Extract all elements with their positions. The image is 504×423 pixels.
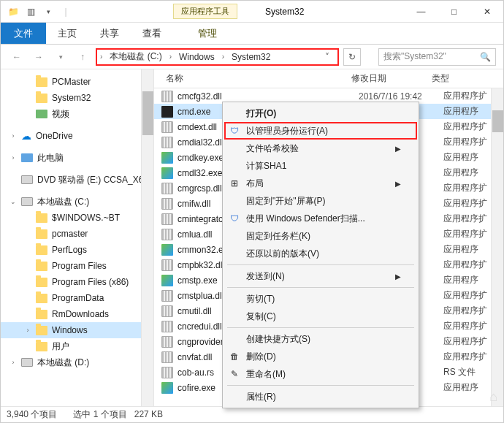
context-menu-item[interactable]: ⊞布局▶ (224, 175, 417, 192)
list-scrollbar[interactable] (491, 88, 503, 406)
menu-separator (227, 287, 414, 288)
tree-item-label: $WINDOWS.~BT (52, 213, 120, 223)
nav-recent-dropdown[interactable]: ▾ (52, 48, 69, 66)
tree-item-label: PCMaster (52, 77, 91, 87)
tree-item[interactable]: $WINDOWS.~BT (1, 210, 153, 226)
file-name: cmcfg32.dll (177, 91, 222, 102)
window-title: System32 (265, 7, 304, 17)
address-segment[interactable]: Windows (175, 52, 219, 62)
tree-item[interactable]: Program Files (x86) (1, 274, 153, 290)
context-menu-item[interactable]: ✎重命名(M) (224, 365, 417, 383)
tree-expander-icon[interactable]: › (9, 359, 17, 366)
tree-item[interactable]: DVD 驱动器 (E:) CCSA_X64 (1, 172, 153, 188)
chevron-right-icon[interactable]: › (169, 53, 172, 61)
menu-item-label: 还原以前的版本(V) (246, 248, 319, 260)
file-name: cncredui.dll (177, 321, 222, 332)
tree-item[interactable]: 视频 (1, 106, 153, 122)
ribbon-manage-tab[interactable]: 管理 (186, 23, 229, 44)
tree-item[interactable]: ›Windows (1, 322, 153, 338)
context-menu-item[interactable]: 属性(R) (224, 388, 417, 405)
column-headers[interactable]: 名称 修改日期 类型 (154, 69, 503, 88)
address-segment[interactable]: 本地磁盘 (C:) (105, 50, 166, 63)
column-date[interactable]: 修改日期 (351, 72, 432, 85)
folder-icon (36, 342, 47, 351)
file-icon (161, 183, 173, 194)
navigation-tree[interactable]: PCMasterSystem32视频›OneDrive›此电脑DVD 驱动器 (… (1, 69, 154, 406)
file-name: cmdial32.dll (177, 137, 224, 148)
menu-item-label: 以管理员身份运行(A) (246, 125, 328, 137)
folder-icon (36, 278, 47, 287)
context-menu-item[interactable]: 🛡以管理员身份运行(A) (224, 122, 417, 140)
ribbon-home-tab[interactable]: 主页 (46, 23, 88, 44)
context-menu-item[interactable]: 发送到(N)▶ (224, 267, 417, 285)
context-menu-item[interactable]: 复制(C) (224, 308, 417, 325)
chevron-right-icon[interactable]: › (100, 53, 102, 61)
grid-icon: ⊞ (229, 178, 240, 189)
context-menu[interactable]: 打开(O)🛡以管理员身份运行(A)文件哈希校验▶计算SHA1⊞布局▶固定到"开始… (222, 102, 419, 408)
column-type[interactable]: 类型 (432, 72, 503, 85)
context-menu-item[interactable]: 固定到"开始"屏幕(P) (224, 192, 417, 210)
context-menu-item[interactable]: 还原以前的版本(V) (224, 245, 417, 262)
folder-icon (36, 262, 47, 271)
tree-scrollbar[interactable] (141, 69, 153, 406)
folder-icon (36, 229, 47, 239)
column-name[interactable]: 名称 (154, 72, 351, 85)
tree-item-label: OneDrive (36, 131, 73, 141)
nav-forward-button[interactable]: → (30, 48, 47, 66)
tree-item[interactable]: RmDownloads (1, 306, 153, 322)
context-menu-item[interactable]: 🛡使用 Windows Defender扫描... (224, 210, 417, 227)
file-icon (161, 382, 173, 394)
tree-expander-icon[interactable]: ⌄ (9, 198, 17, 205)
tree-item[interactable]: ›OneDrive (1, 128, 153, 144)
chevron-right-icon[interactable]: › (222, 53, 224, 61)
menu-separator (227, 264, 414, 265)
submenu-arrow-icon: ▶ (395, 180, 401, 188)
tree-item-label: Program Files (52, 261, 107, 271)
tree-expander-icon[interactable]: › (9, 154, 17, 161)
tree-item[interactable]: ›本地磁盘 (D:) (1, 354, 153, 370)
context-menu-item[interactable]: 固定到任务栏(K) (224, 227, 417, 245)
file-icon (161, 229, 173, 240)
tree-item[interactable]: PerfLogs (1, 242, 153, 258)
ribbon-file-tab[interactable]: 文件 (1, 23, 46, 44)
file-name: cmstplua.dll (177, 291, 224, 301)
nav-up-button[interactable]: ↑ (74, 48, 91, 66)
qa-props-icon[interactable]: ▥ (23, 4, 39, 20)
file-name: cmgrcsp.dll (177, 183, 222, 194)
tree-item[interactable]: System32 (1, 90, 153, 106)
context-menu-item[interactable]: 计算SHA1 (224, 157, 417, 175)
tree-item[interactable]: ProgramData (1, 290, 153, 306)
tree-item[interactable]: 用户 (1, 338, 153, 354)
address-segment[interactable]: System32 (227, 52, 275, 62)
tree-item[interactable]: ›此电脑 (1, 150, 153, 166)
tree-item-label: ProgramData (52, 293, 104, 303)
search-input[interactable]: 搜索"System32" 🔍 (378, 48, 496, 66)
tree-item[interactable]: PCMaster (1, 74, 153, 90)
minimize-button[interactable]: — (405, 1, 438, 22)
menu-item-label: 创建快捷方式(S) (246, 333, 310, 346)
context-menu-item[interactable]: 打开(O) (224, 104, 417, 122)
context-menu-item[interactable]: 文件哈希校验▶ (224, 140, 417, 157)
menu-separator (227, 327, 414, 328)
tree-expander-icon[interactable]: › (9, 132, 17, 140)
refresh-button[interactable]: ↻ (343, 48, 361, 66)
file-icon (161, 336, 173, 348)
address-bar[interactable]: › 本地磁盘 (C:) › Windows › System32 ˅ (96, 48, 339, 66)
ribbon-view-tab[interactable]: 查看 (131, 23, 173, 44)
file-name: cofire.exe (177, 383, 215, 393)
ribbon-share-tab[interactable]: 共享 (88, 23, 131, 44)
tree-item[interactable]: Program Files (1, 258, 153, 274)
maximize-button[interactable]: □ (438, 1, 470, 22)
address-dropdown-icon[interactable]: ˅ (320, 52, 335, 62)
tree-item[interactable]: ⌄本地磁盘 (C:) (1, 194, 153, 210)
nav-back-button[interactable]: ← (8, 48, 26, 66)
tree-expander-icon[interactable]: › (24, 327, 31, 334)
context-menu-item[interactable]: 🗑删除(D) (224, 348, 417, 365)
qa-dropdown-icon[interactable]: ▾ (40, 4, 56, 20)
context-menu-item[interactable]: 创建快捷方式(S) (224, 330, 417, 348)
folder-icon (36, 310, 47, 319)
tree-item[interactable]: pcmaster (1, 226, 153, 242)
close-button[interactable]: ✕ (470, 1, 503, 22)
context-menu-item[interactable]: 剪切(T) (224, 290, 417, 308)
title-bar: 📁 ▥ ▾ | 应用程序工具 System32 — □ ✕ (1, 1, 503, 23)
